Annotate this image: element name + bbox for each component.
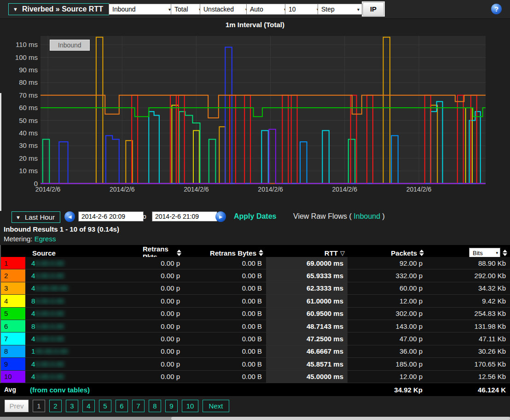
rtt-cell: 60.9500 ms	[266, 308, 348, 320]
x-tick-date: 2014/2/6	[35, 186, 61, 193]
rank-swatch: 6	[0, 320, 25, 332]
source-cell[interactable]: 80.00.0.00	[25, 322, 143, 330]
x-tick-label: 2014/2/620:40	[249, 186, 293, 193]
sort-updown-icon[interactable]	[503, 250, 507, 256]
select-value: Total	[174, 6, 188, 13]
table-row[interactable]: 680.00.0.000.00 p0.00 B48.7143 ms143.00 …	[0, 320, 510, 332]
rtt-cell: 47.2500 ms	[266, 332, 348, 344]
source-redacted: 0.00.0.00	[35, 373, 64, 380]
table-row[interactable]: 340.00.00.000.00 p0.00 B62.3333 ms60.00 …	[0, 282, 510, 295]
page-button-9[interactable]: 9	[165, 400, 178, 412]
table-row[interactable]: 1040.00.0.000.00 p0.00 B45.0000 ms12.00 …	[0, 371, 510, 383]
sort-descending-icon[interactable]: ▽	[340, 250, 345, 256]
legend-inbound-button[interactable]: Inbound	[50, 40, 90, 51]
select-value: Unstacked	[203, 6, 234, 13]
toolbar-select-row-count[interactable]: 10▾	[285, 4, 322, 15]
packets-cell: 185.00 p	[348, 360, 427, 368]
page-button-1[interactable]: 1	[33, 400, 45, 412]
x-tick-date: 2014/2/6	[406, 186, 432, 193]
next-page-button[interactable]: Next	[203, 400, 229, 412]
bits-cell: 34.32 Kb	[427, 284, 510, 292]
shift-earlier-button[interactable]: ◀	[64, 211, 75, 222]
rank-swatch: 1	[0, 257, 25, 269]
toolbar-select-stacking[interactable]: Unstacked▾	[200, 4, 250, 15]
view-raw-inbound-link[interactable]: Inbound	[354, 212, 380, 220]
table-row[interactable]: 480.00.0.000.00 p0.00 B61.0000 ms12.00 p…	[0, 295, 510, 307]
packets-cell: 302.00 p	[348, 309, 427, 317]
header-packets-label: Packets	[391, 249, 417, 257]
table-body: 140.00.0.000.00 p0.00 B69.0000 ms92.00 p…	[0, 257, 510, 383]
bits-unit-select[interactable]: Bits ▾	[469, 248, 500, 258]
page-button-3[interactable]: 3	[66, 400, 78, 412]
apply-dates-link[interactable]: Apply Dates	[234, 212, 276, 221]
source-redacted: 0.00.0.00	[35, 360, 64, 368]
scrollbar-thumb[interactable]	[171, 417, 510, 420]
source-redacted: 0.00.00.00	[35, 284, 68, 292]
table-row[interactable]: 740.00.0.000.00 p0.00 B47.2500 ms47.00 p…	[0, 332, 510, 345]
date-from-input[interactable]	[78, 211, 144, 222]
toolbar: ▼ Riverbed » Source RTT IP ? Inbound▾Tot…	[0, 0, 510, 19]
header-rtt[interactable]: RTT ▽	[266, 249, 348, 257]
select-value: Inbound	[112, 6, 136, 13]
date-to-input[interactable]	[152, 211, 217, 222]
page-button-8[interactable]: 8	[149, 400, 161, 412]
page-button-4[interactable]: 4	[82, 400, 95, 412]
source-cell[interactable]: 80.00.0.00	[25, 297, 143, 305]
chevron-down-icon: ▾	[496, 251, 498, 255]
source-cell[interactable]: 100.00.0.00	[25, 347, 143, 355]
shift-later-button[interactable]: ▶	[215, 211, 226, 222]
left-edge-line	[0, 245, 1, 383]
horizontal-scrollbar[interactable]	[0, 417, 510, 420]
source-cell[interactable]: 40.00.0.00	[25, 373, 143, 380]
header-packets[interactable]: Packets	[348, 249, 427, 257]
retrans-bytes-cell: 0.00 B	[184, 297, 266, 305]
source-cell[interactable]: 40.00.0.00	[25, 259, 143, 267]
sort-updown-icon[interactable]	[177, 250, 181, 256]
rank-swatch: 9	[0, 358, 25, 370]
source-cell[interactable]: 40.00.0.00	[25, 272, 143, 280]
retrans-pkts-cell: 0.00 p	[143, 322, 184, 330]
help-icon[interactable]: ?	[491, 4, 502, 14]
toolbar-select-scale[interactable]: Auto▾	[246, 4, 289, 15]
bits-cell: 170.65 Kb	[427, 360, 510, 368]
page-button-6[interactable]: 6	[116, 400, 128, 412]
x-tick-date: 2014/2/6	[184, 186, 209, 193]
header-retrans-bytes[interactable]: Retrans Bytes	[184, 249, 266, 257]
toolbar-select-direction[interactable]: Inbound▾	[109, 4, 174, 15]
time-range-dropdown[interactable]: ▼ Last Hour	[12, 211, 60, 223]
ip-button[interactable]: IP	[363, 2, 384, 16]
source-redacted: 0.00.0.00	[35, 259, 64, 267]
source-cell[interactable]: 40.00.0.00	[25, 335, 143, 343]
table-avg-row: Avg (from conv tables) 34.92 Kp 46.124 K	[0, 383, 510, 396]
rtt-cell: 61.0000 ms	[266, 295, 348, 307]
metering-egress-link[interactable]: Egress	[35, 235, 56, 243]
table-row[interactable]: 940.00.0.000.00 p0.00 B45.8571 ms185.00 …	[0, 358, 510, 370]
header-bits[interactable]: Bits ▾	[427, 248, 510, 258]
sort-updown-icon[interactable]	[259, 250, 263, 256]
page-button-5[interactable]: 5	[99, 400, 111, 412]
source-cell[interactable]: 40.00.0.00	[25, 360, 143, 368]
prev-page-button[interactable]: Prev	[5, 400, 29, 412]
packets-cell: 92.00 p	[348, 259, 427, 267]
source-cell[interactable]: 40.00.0.00	[25, 309, 143, 317]
source-cell[interactable]: 40.00.00.00	[25, 284, 143, 292]
page-button-7[interactable]: 7	[132, 400, 145, 412]
retrans-pkts-cell: 0.00 p	[143, 272, 184, 280]
table-row[interactable]: 140.00.0.000.00 p0.00 B69.0000 ms92.00 p…	[0, 257, 510, 269]
sort-updown-icon[interactable]	[419, 250, 424, 256]
avg-note-link[interactable]: (from conv tables)	[25, 386, 266, 394]
rank-swatch: 4	[0, 295, 25, 307]
table-row[interactable]: 540.00.0.000.00 p0.00 B60.9500 ms302.00 …	[0, 308, 510, 320]
page-button-2[interactable]: 2	[49, 400, 62, 412]
table-row[interactable]: 8100.00.0.000.00 p0.00 B46.6667 ms36.00 …	[0, 345, 510, 358]
metering-label: Metering:	[4, 235, 33, 243]
toolbar-select-aggregation[interactable]: Total▾	[171, 4, 204, 15]
y-tick-label: 30 ms	[0, 141, 38, 149]
toolbar-select-line-style[interactable]: Step▾	[318, 4, 362, 15]
header-source[interactable]: Source	[0, 249, 143, 257]
report-title-dropdown[interactable]: ▼ Riverbed » Source RTT	[8, 3, 109, 15]
retrans-bytes-cell: 0.00 B	[184, 284, 266, 292]
page-button-10[interactable]: 10	[182, 400, 198, 412]
table-row[interactable]: 240.00.0.000.00 p0.00 B65.9333 ms332.00 …	[0, 269, 510, 282]
packets-cell: 12.00 p	[348, 373, 427, 380]
